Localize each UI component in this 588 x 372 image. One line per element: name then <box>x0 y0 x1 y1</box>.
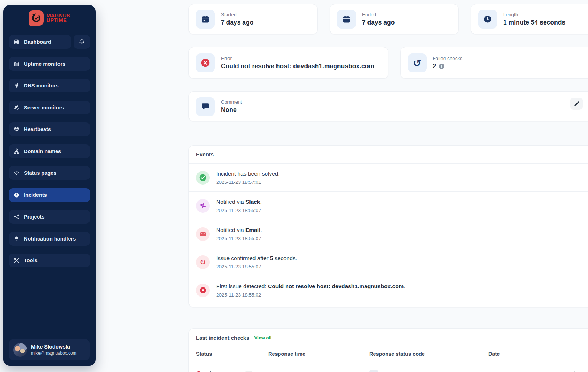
card-value: 1 minute 54 seconds <box>503 19 565 26</box>
sidebar-item-label: Tools <box>24 258 38 263</box>
sidebar-item-dashboard[interactable]: Dashboard <box>9 35 71 49</box>
col-response-time: Response time <box>268 351 369 357</box>
ended-card: Ended 7 days ago <box>330 4 459 34</box>
sidebar-item-uptime-monitors[interactable]: Uptime monitors <box>9 57 90 71</box>
info-icon[interactable]: i <box>439 64 444 69</box>
card-value: 7 days ago <box>362 19 395 26</box>
heart-pulse-icon <box>14 126 19 132</box>
sidebar-item-domain-names[interactable]: Domain names <box>9 144 90 158</box>
calendar-icon <box>337 10 356 29</box>
response-time-value: 0 ms <box>268 371 369 372</box>
col-response-status-code: Response status code <box>369 351 488 357</box>
event-title: First issue detected: Could not resolve … <box>216 283 405 290</box>
event-timestamp: 2025-11-23 18:55:07 <box>216 208 262 213</box>
events-title: Events <box>189 146 588 164</box>
sidebar-item-label: Uptime monitors <box>24 61 65 67</box>
event-timestamp: 2025-11-23 18:55:07 <box>216 236 262 241</box>
sidebar-item-label: Heartbeats <box>24 126 51 132</box>
sidebar-item-label: DNS monitors <box>24 83 59 88</box>
error-card: Error Could not resolve host: devdash1.m… <box>188 47 388 79</box>
brand-wordmark: MAGNUSUPTIME <box>46 13 70 23</box>
event-title: Incident has been solved. <box>216 170 280 177</box>
length-card: Length 1 minute 54 seconds <box>471 4 588 34</box>
rotate-right-icon: ↻ <box>196 255 210 269</box>
event-timestamp: 2025-11-23 18:57:01 <box>216 179 280 185</box>
sidebar-item-heartbeats[interactable]: Heartbeats <box>9 122 90 136</box>
section-title: Last incident checks <box>196 335 249 341</box>
sidebar-item-server-monitors[interactable]: Server monitors <box>9 101 90 114</box>
calendar-day-icon <box>196 10 215 29</box>
sidebar-item-incidents[interactable]: Incidents <box>9 188 90 202</box>
notifications-button[interactable] <box>74 35 90 49</box>
table-row[interactable]: 0 ms 0 7 days ago <box>196 362 588 372</box>
clock-icon <box>478 10 497 29</box>
circle-exclamation-icon <box>14 192 19 198</box>
wifi-icon <box>14 170 19 176</box>
avatar <box>13 343 27 357</box>
events-section: Events Incident has been solved. 2025-11… <box>188 145 588 307</box>
card-label: Ended <box>362 12 395 17</box>
sitemap-icon <box>14 148 19 154</box>
pencil-icon <box>574 101 580 107</box>
event-row-first-issue: First issue detected: Could not resolve … <box>189 276 588 304</box>
sidebar-item-label: Incidents <box>24 192 47 198</box>
sidebar-item-status-pages[interactable]: Status pages <box>9 166 90 180</box>
server-stack-icon <box>14 61 19 67</box>
col-status: Status <box>196 351 268 357</box>
robot-icon <box>208 371 214 372</box>
event-title: Notified via Email. <box>216 227 262 233</box>
sidebar: MAGNUSUPTIME Dashboard <box>3 5 96 366</box>
sidebar-item-label: Server monitors <box>24 105 64 111</box>
share-nodes-icon <box>14 214 19 220</box>
card-value: None <box>221 106 242 114</box>
bell-icon <box>79 39 85 45</box>
sidebar-item-dns-monitors[interactable]: DNS monitors <box>9 79 90 92</box>
event-title: Notified via Slack. <box>216 199 262 205</box>
cpu-chip-icon <box>14 105 19 111</box>
event-row-slack: Notified via Slack. 2025-11-23 18:55:07 <box>189 192 588 220</box>
check-circle-icon <box>196 171 210 185</box>
event-timestamp: 2025-11-23 18:55:02 <box>216 292 405 298</box>
comment-card: Comment None <box>188 91 588 121</box>
plug-icon <box>14 83 19 88</box>
user-name: Mike Slodowski <box>31 344 77 350</box>
edit-comment-button[interactable] <box>570 98 583 110</box>
sidebar-item-label: Notification handlers <box>24 236 76 242</box>
user-email: mike@magnusbox.com <box>31 351 77 356</box>
card-label: Length <box>503 12 565 17</box>
sidebar-item-tools[interactable]: Tools <box>9 254 90 267</box>
status-code-badge: 0 <box>369 370 378 372</box>
card-label: Started <box>221 12 253 17</box>
table-header: Status Response time Response status cod… <box>196 351 588 362</box>
card-label: Failed checks <box>433 56 463 61</box>
sidebar-item-label: Domain names <box>24 148 61 154</box>
card-value: Could not resolve host: devdash1.magnusb… <box>221 62 374 70</box>
sidebar-item-projects[interactable]: Projects <box>9 210 90 224</box>
rotate-left-icon: ↺ <box>408 53 427 72</box>
sidebar-item-label: Status pages <box>24 170 56 176</box>
view-all-link[interactable]: View all <box>254 335 271 341</box>
error-x-circle-icon <box>196 53 215 72</box>
speech-bubble-icon <box>196 97 215 116</box>
card-value: 2 <box>433 62 436 70</box>
sidebar-nav: Dashboard Uptime monitors <box>9 35 90 267</box>
incident-detail: Started 7 days ago Ended 7 days ago <box>188 0 588 372</box>
arrow-right-icon[interactable] <box>570 370 577 372</box>
sidebar-item-label: Projects <box>24 214 44 220</box>
slack-icon <box>196 199 210 213</box>
x-circle-icon <box>196 284 210 297</box>
card-label: Error <box>221 56 374 61</box>
card-label: Comment <box>221 99 242 105</box>
event-title: Issue confirmed after 5 seconds. <box>216 255 297 261</box>
event-timestamp: 2025-11-23 18:55:07 <box>216 264 297 269</box>
tools-icon <box>14 258 19 263</box>
app-logo[interactable]: MAGNUSUPTIME <box>3 10 96 26</box>
envelope-icon <box>196 227 210 241</box>
event-row-email: Notified via Email. 2025-11-23 18:55:07 <box>189 220 588 248</box>
sidebar-item-notification-handlers[interactable]: Notification handlers <box>9 232 90 246</box>
last-incident-checks-section: Last incident checks View all Status Res… <box>188 328 588 372</box>
user-profile[interactable]: Mike Slodowski mike@magnusbox.com <box>9 339 90 360</box>
sidebar-item-label: Dashboard <box>24 39 51 45</box>
event-row-solved: Incident has been solved. 2025-11-23 18:… <box>189 164 588 192</box>
card-value: 7 days ago <box>221 19 253 26</box>
